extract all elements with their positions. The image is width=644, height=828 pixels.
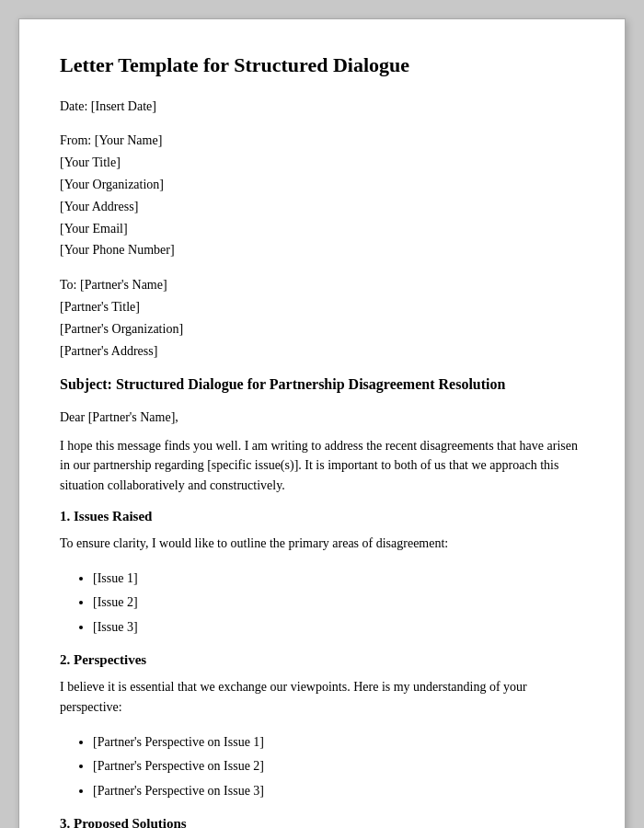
to-line-4: [Partner's Address] bbox=[60, 340, 584, 362]
from-line-2: [Your Title] bbox=[60, 152, 584, 174]
greeting: Dear [Partner's Name], bbox=[60, 410, 584, 425]
to-line-3: [Partner's Organization] bbox=[60, 318, 584, 340]
from-line-4: [Your Address] bbox=[60, 196, 584, 218]
section-1-heading: 1. Issues Raised bbox=[60, 509, 584, 524]
section-1-bullets: [Issue 1][Issue 2][Issue 3] bbox=[60, 567, 584, 640]
intro-paragraph: I hope this message finds you well. I am… bbox=[60, 436, 584, 496]
from-line-6: [Your Phone Number] bbox=[60, 239, 584, 261]
section-1: 1. Issues Raised To ensure clarity, I wo… bbox=[60, 509, 584, 639]
document-title: Letter Template for Structured Dialogue bbox=[60, 52, 584, 79]
to-line-2: [Partner's Title] bbox=[60, 296, 584, 318]
section-3: 3. Proposed Solutions To move forward, I… bbox=[60, 816, 584, 828]
section-2-bullets: [Partner's Perspective on Issue 1][Partn… bbox=[60, 730, 584, 804]
list-item: [Partner's Perspective on Issue 3] bbox=[93, 779, 584, 804]
list-item: [Partner's Perspective on Issue 2] bbox=[93, 754, 584, 779]
to-block: To: [Partner's Name] [Partner's Title] [… bbox=[60, 274, 584, 362]
section-1-intro: To ensure clarity, I would like to outli… bbox=[60, 534, 584, 554]
subject-line: Subject: Structured Dialogue for Partner… bbox=[60, 374, 584, 395]
from-line-1: From: [Your Name] bbox=[60, 130, 584, 152]
section-3-heading: 3. Proposed Solutions bbox=[60, 816, 584, 828]
list-item: [Issue 3] bbox=[93, 615, 584, 640]
from-line-3: [Your Organization] bbox=[60, 174, 584, 196]
to-line-1: To: [Partner's Name] bbox=[60, 274, 584, 296]
list-item: [Partner's Perspective on Issue 1] bbox=[93, 730, 584, 755]
from-block: From: [Your Name] [Your Title] [Your Org… bbox=[60, 130, 584, 261]
list-item: [Issue 2] bbox=[93, 591, 584, 615]
date-label: Date: [Insert Date] bbox=[60, 99, 156, 113]
section-2-intro: I believe it is essential that we exchan… bbox=[60, 677, 584, 717]
date-block: Date: [Insert Date] bbox=[60, 96, 584, 118]
section-2: 2. Perspectives I believe it is essentia… bbox=[60, 652, 584, 803]
list-item: [Issue 1] bbox=[93, 567, 584, 592]
from-line-5: [Your Email] bbox=[60, 218, 584, 240]
section-2-heading: 2. Perspectives bbox=[60, 652, 584, 668]
document-page: Letter Template for Structured Dialogue … bbox=[18, 18, 626, 828]
